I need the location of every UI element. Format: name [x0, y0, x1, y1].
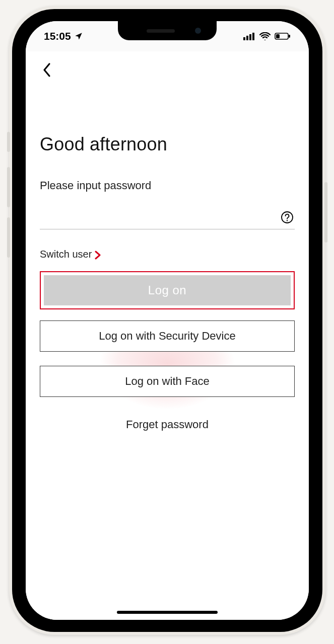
- phone-side-button: [7, 217, 10, 258]
- phone-frame: 15:05: [9, 6, 325, 635]
- svg-rect-0: [243, 37, 245, 40]
- cellular-signal-icon: [243, 32, 255, 40]
- back-button[interactable]: [38, 61, 56, 79]
- logon-highlight-box: Log on: [40, 271, 295, 309]
- switch-user-link[interactable]: Switch user: [40, 249, 102, 260]
- logon-face-button[interactable]: Log on with Face: [40, 366, 295, 397]
- password-row: [40, 197, 295, 229]
- password-help-button[interactable]: [280, 210, 295, 225]
- speaker-slot: [147, 29, 175, 33]
- svg-rect-5: [289, 35, 290, 38]
- status-time: 15:05: [44, 30, 71, 42]
- forget-password-link[interactable]: Forget password: [40, 418, 295, 431]
- logon-button[interactable]: Log on: [44, 275, 291, 305]
- svg-rect-1: [246, 36, 248, 40]
- switch-user-label: Switch user: [40, 249, 92, 260]
- screen: 15:05: [26, 21, 309, 620]
- chevron-right-icon: [94, 251, 102, 260]
- svg-rect-3: [252, 33, 254, 40]
- phone-side-button: [324, 182, 327, 243]
- svg-point-8: [287, 220, 288, 221]
- logon-security-device-button[interactable]: Log on with Security Device: [40, 320, 295, 352]
- top-bar: [26, 51, 309, 88]
- location-arrow-icon: [74, 32, 83, 41]
- phone-side-button: [7, 132, 10, 152]
- svg-point-7: [282, 212, 293, 223]
- greeting-title: Good afternoon: [40, 134, 295, 155]
- svg-rect-2: [249, 34, 251, 40]
- battery-icon: [275, 32, 291, 40]
- home-indicator[interactable]: [117, 611, 218, 614]
- password-prompt: Please input password: [40, 179, 295, 192]
- notch: [118, 21, 217, 40]
- chevron-left-icon: [42, 62, 52, 77]
- front-camera: [195, 28, 201, 34]
- wifi-icon: [259, 32, 271, 40]
- phone-bezel: 15:05: [12, 9, 322, 632]
- help-circle-icon: [281, 211, 294, 224]
- password-input[interactable]: [40, 208, 280, 229]
- phone-side-button: [7, 167, 10, 207]
- login-content: Good afternoon Please input password Swi…: [26, 88, 309, 620]
- svg-rect-6: [276, 34, 280, 38]
